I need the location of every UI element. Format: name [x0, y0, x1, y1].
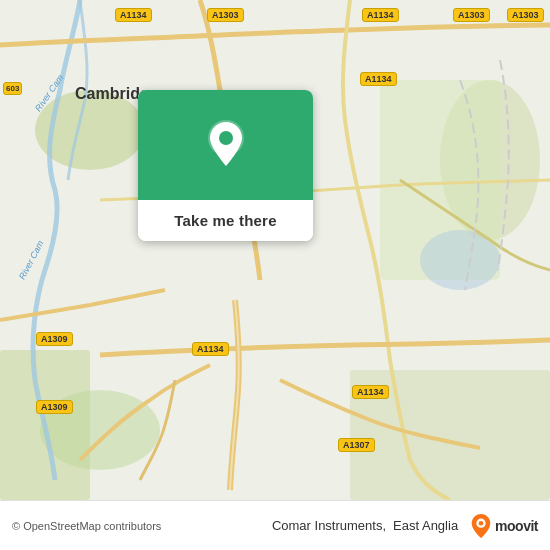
take-me-there-button[interactable]: Take me there	[138, 200, 313, 241]
bottom-bar: © OpenStreetMap contributors Comar Instr…	[0, 500, 550, 550]
road-badge-a1303-2: A1303	[453, 8, 490, 22]
map-container: A1134 A1303 A1134 A1303 A1303 A1134 603 …	[0, 0, 550, 500]
location-overlay: Take me there	[138, 90, 313, 241]
road-badge-a1309-2: A1309	[36, 400, 73, 414]
svg-point-12	[479, 520, 484, 525]
road-badge-a1303-1: A1303	[207, 8, 244, 22]
attribution: © OpenStreetMap contributors	[12, 520, 161, 532]
road-badge-a1134-5: A1134	[352, 385, 389, 399]
overlay-green-section	[138, 90, 313, 200]
road-badge-a1307: A1307	[338, 438, 375, 452]
road-badge-a1303-3: A1303	[507, 8, 544, 22]
road-badge-a1134-2: A1134	[362, 8, 399, 22]
business-name: Comar Instruments,	[272, 518, 386, 533]
road-badge-a603: 603	[3, 82, 22, 95]
location-pin-icon	[206, 120, 246, 168]
svg-point-10	[219, 131, 233, 145]
road-badge-a1134-3: A1134	[360, 72, 397, 86]
business-region: East Anglia	[393, 518, 458, 533]
moovit-pin-icon	[470, 513, 492, 539]
road-badge-a1134-1: A1134	[115, 8, 152, 22]
business-info: Comar Instruments, East Anglia moovit	[272, 513, 538, 539]
road-badge-a1309-1: A1309	[36, 332, 73, 346]
road-badge-a1134-4: A1134	[192, 342, 229, 356]
moovit-text: moovit	[495, 518, 538, 534]
moovit-logo: moovit	[470, 513, 538, 539]
